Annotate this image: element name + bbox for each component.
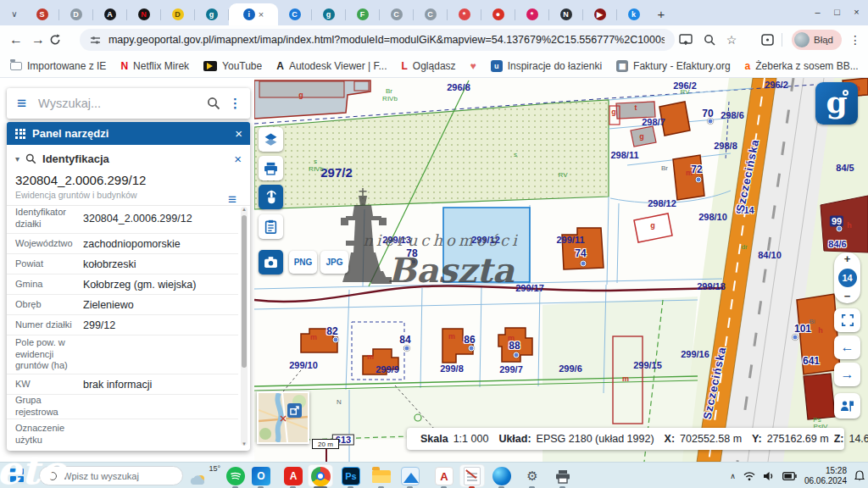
- tab-11[interactable]: C: [414, 3, 447, 25]
- tab-9[interactable]: F: [346, 3, 379, 25]
- tab-1[interactable]: D: [59, 3, 92, 25]
- edge-icon[interactable]: [491, 465, 513, 487]
- maximize-button[interactable]: □: [827, 7, 847, 17]
- new-tab-button[interactable]: +: [650, 3, 672, 25]
- settings-icon[interactable]: ⚙: [521, 465, 543, 487]
- tools-panel-header[interactable]: Panel narzędzi ×: [7, 122, 250, 145]
- tab-search-chevron-icon[interactable]: ∨: [3, 4, 25, 23]
- photos-icon[interactable]: [399, 465, 421, 487]
- close-button[interactable]: ×: [847, 7, 866, 17]
- tab-0[interactable]: S: [25, 3, 58, 25]
- tab-16[interactable]: ▶: [583, 3, 616, 25]
- notes-app-icon[interactable]: [461, 465, 483, 487]
- url-text[interactable]: mapy.geoportal.gov.pl/imapnext/imap/inde…: [108, 34, 665, 46]
- minimap[interactable]: [257, 391, 309, 444]
- share-location-button[interactable]: [834, 393, 860, 419]
- scroll-up-icon[interactable]: ▴: [241, 206, 248, 213]
- bookmark-faktury-efaktury-org[interactable]: ▦Faktury - Efaktury.org: [616, 60, 730, 72]
- chrome-icon[interactable]: [309, 465, 331, 487]
- notifications-bell-icon[interactable]: [854, 470, 865, 481]
- panel-scrollbar[interactable]: [241, 207, 248, 446]
- menu-hamburger-icon[interactable]: ≡: [17, 94, 26, 113]
- tab-5[interactable]: g: [195, 3, 228, 25]
- bookmark-netflix-mirek[interactable]: NNetflix Mirek: [120, 60, 189, 72]
- back-button[interactable]: ←: [5, 32, 27, 47]
- export-jpg-button[interactable]: JPG: [320, 251, 348, 274]
- bookmark--eberka-z-sosem-bb-[interactable]: aŻeberka z sosem BB...: [745, 60, 859, 72]
- y-label: Y:: [752, 433, 762, 445]
- scroll-down-icon[interactable]: ▾: [241, 441, 248, 447]
- fullscreen-button[interactable]: [834, 308, 860, 332]
- site-info-icon[interactable]: [90, 35, 101, 46]
- clipboard-button[interactable]: [259, 214, 283, 239]
- kebab-menu-icon[interactable]: ⋮: [846, 31, 865, 48]
- forward-button[interactable]: →: [27, 32, 49, 47]
- tab-2[interactable]: A: [93, 3, 126, 25]
- tab-active[interactable]: i×: [229, 3, 278, 25]
- spotify-icon[interactable]: [225, 465, 247, 487]
- zoom-icon[interactable]: [700, 31, 719, 48]
- printer-icon[interactable]: [552, 465, 574, 487]
- minimize-button[interactable]: –: [808, 7, 827, 17]
- scale-label: Skala: [420, 433, 448, 445]
- photoshop-icon[interactable]: Ps: [340, 465, 362, 487]
- cast-icon[interactable]: [676, 31, 695, 48]
- geoportal-logo[interactable]: g: [815, 82, 858, 125]
- file-explorer-icon[interactable]: [370, 465, 392, 487]
- previous-view-button[interactable]: ←: [834, 336, 860, 359]
- autocad-icon[interactable]: A: [433, 465, 455, 487]
- next-view-button[interactable]: →: [834, 363, 860, 386]
- tab-15[interactable]: N: [549, 3, 582, 25]
- bookmark-star-icon[interactable]: ☆: [722, 31, 741, 48]
- outlook-icon[interactable]: O: [250, 465, 272, 487]
- tab-close-icon[interactable]: ×: [259, 10, 264, 19]
- volume-icon[interactable]: [763, 471, 775, 481]
- search-icon[interactable]: [207, 97, 220, 110]
- bookmark-youtube[interactable]: YouTube: [203, 60, 262, 72]
- tab-14[interactable]: *: [515, 3, 548, 25]
- search-input[interactable]: Wyszukaj...: [38, 97, 207, 110]
- tab-4[interactable]: D: [161, 3, 194, 25]
- tray-chevron-icon[interactable]: ∧: [730, 472, 736, 480]
- tab-13[interactable]: ●: [481, 3, 515, 25]
- time: 15:28: [826, 466, 847, 475]
- export-png-button[interactable]: PNG: [289, 251, 317, 274]
- layers-button[interactable]: [259, 127, 283, 152]
- search-options-icon[interactable]: ⋮: [229, 96, 242, 111]
- tab-group-icon[interactable]: [758, 31, 776, 48]
- screenshot-button[interactable]: [259, 250, 283, 274]
- zoom-in-button[interactable]: +: [844, 255, 851, 263]
- reload-button[interactable]: [49, 34, 71, 46]
- identify-tool-button[interactable]: [259, 185, 283, 209]
- scrollbar-thumb[interactable]: [242, 215, 247, 368]
- bookmark-5[interactable]: ♥: [470, 60, 476, 72]
- tab-7[interactable]: C: [278, 3, 311, 25]
- tab-3[interactable]: N: [127, 3, 160, 25]
- wifi-icon[interactable]: [743, 471, 755, 481]
- acrobat-icon[interactable]: A: [282, 465, 304, 487]
- zoom-out-button[interactable]: −: [844, 292, 851, 301]
- bookmark-importowane-z-ie[interactable]: Importowane z IE: [10, 60, 106, 72]
- tab-12[interactable]: *: [448, 3, 481, 25]
- bookmark-label: Autodesk Viewer | F...: [289, 60, 387, 72]
- tab-favicon: g: [206, 8, 218, 20]
- weather-widget[interactable]: 15°: [190, 464, 220, 487]
- address-bar[interactable]: mapy.geoportal.gov.pl/imapnext/imap/inde…: [80, 29, 675, 51]
- tab-8[interactable]: g: [312, 3, 345, 25]
- tab-17[interactable]: k: [617, 3, 650, 25]
- identification-close-icon[interactable]: ×: [234, 152, 242, 166]
- minimap-expand-button[interactable]: [287, 403, 302, 418]
- chevron-down-icon[interactable]: ▾: [15, 154, 19, 164]
- bookmark-autodesk-viewer-f-[interactable]: AAutodesk Viewer | F...: [276, 60, 387, 72]
- selected-parcel[interactable]: [443, 208, 530, 282]
- clock[interactable]: 15:28 06.06.2024: [804, 466, 847, 486]
- battery-icon[interactable]: [782, 472, 797, 480]
- bookmark-ogl-dasz[interactable]: LOglądasz: [402, 60, 456, 72]
- bookmark-inspiracje-do-azienki[interactable]: uInspiracje do łazienki: [491, 60, 602, 72]
- map-search-box[interactable]: ≡ Wyszukaj... ⋮: [7, 88, 250, 119]
- profile-chip[interactable]: Błąd: [792, 30, 842, 50]
- print-button[interactable]: [259, 156, 283, 180]
- identification-section-header[interactable]: ▾ Identyfikacja ×: [7, 147, 250, 169]
- tools-panel-close-icon[interactable]: ×: [235, 126, 242, 141]
- tab-10[interactable]: C: [380, 3, 413, 25]
